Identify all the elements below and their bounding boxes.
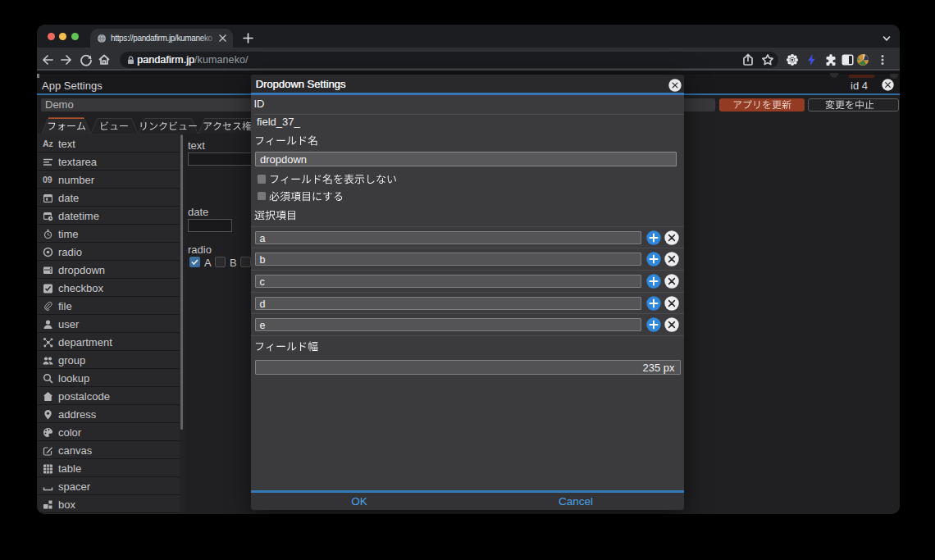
svg-text:09: 09 — [43, 175, 52, 184]
svg-text:Az: Az — [43, 139, 53, 148]
